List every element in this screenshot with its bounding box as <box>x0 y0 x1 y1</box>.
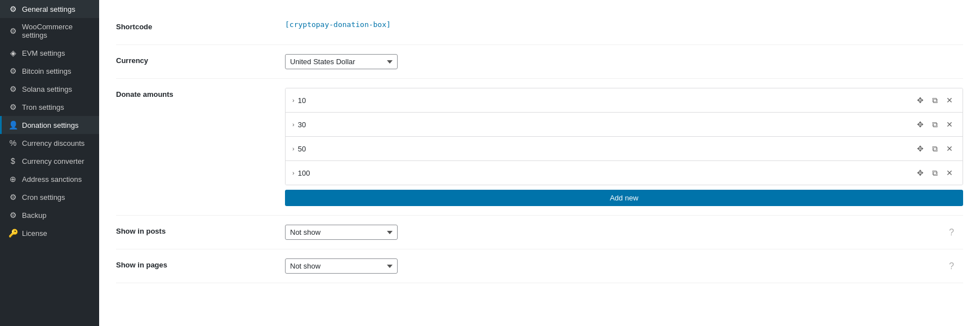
add-new-button[interactable]: Add new <box>285 190 963 206</box>
show-in-pages-select[interactable]: Not showShow <box>285 258 398 274</box>
currency-control: United States DollarEuroBritish PoundJap… <box>285 54 963 69</box>
backup-icon: ⚙ <box>8 211 17 220</box>
amount-chevron-icon-3: › <box>292 169 295 176</box>
sidebar-item-evm-settings[interactable]: ◈EVM settings <box>0 44 99 62</box>
sidebar-item-backup[interactable]: ⚙Backup <box>0 206 99 224</box>
tron-settings-icon: ⚙ <box>8 102 17 111</box>
sidebar-item-label-bitcoin-settings: Bitcoin settings <box>22 67 92 75</box>
sidebar-item-label-donation-settings: Donation settings <box>22 121 92 129</box>
amount-actions-0: ✥⧉✕ <box>914 94 956 106</box>
amount-remove-btn-1[interactable]: ✕ <box>943 118 956 131</box>
amount-copy-btn-2[interactable]: ⧉ <box>929 142 941 155</box>
sidebar-item-cron-settings[interactable]: ⚙Cron settings <box>0 188 99 206</box>
sidebar-item-label-evm-settings: EVM settings <box>22 49 92 57</box>
donate-amounts-control: ›10✥⧉✕›30✥⧉✕›50✥⧉✕›100✥⧉✕ Add new <box>285 88 963 206</box>
sidebar-item-license[interactable]: 🔑License <box>0 224 99 242</box>
shortcode-value: [cryptopay-donation-box] <box>285 18 391 29</box>
shortcode-control: [cryptopay-donation-box] <box>285 20 963 29</box>
shortcode-label: Shortcode <box>116 20 285 31</box>
cron-settings-icon: ⚙ <box>8 193 17 202</box>
sidebar-item-label-tron-settings: Tron settings <box>22 103 92 111</box>
donation-settings-icon: 👤 <box>8 120 17 129</box>
address-sanctions-icon: ⊕ <box>8 175 17 184</box>
sidebar-item-address-sanctions[interactable]: ⊕Address sanctions <box>0 170 99 188</box>
amount-remove-btn-3[interactable]: ✕ <box>943 167 956 179</box>
amount-move-btn-0[interactable]: ✥ <box>914 94 926 106</box>
amount-actions-1: ✥⧉✕ <box>914 118 956 131</box>
donate-amounts-row: Donate amounts ›10✥⧉✕›30✥⧉✕›50✥⧉✕›100✥⧉✕… <box>116 79 963 216</box>
amount-value-1: 30 <box>298 120 914 129</box>
currency-label: Currency <box>116 54 285 65</box>
sidebar-item-currency-converter[interactable]: $Currency converter <box>0 152 99 170</box>
amounts-container: ›10✥⧉✕›30✥⧉✕›50✥⧉✕›100✥⧉✕ Add new <box>285 88 963 206</box>
amount-copy-btn-1[interactable]: ⧉ <box>929 118 941 131</box>
amount-value-3: 100 <box>298 169 914 177</box>
main-content: Shortcode [cryptopay-donation-box] Curre… <box>99 0 980 326</box>
evm-settings-icon: ◈ <box>8 48 17 57</box>
sidebar-item-label-currency-converter: Currency converter <box>22 157 92 166</box>
show-in-posts-control: Not showShow <box>285 225 963 240</box>
sidebar: ⚙General settings⚙WooCommerce settings◈E… <box>0 0 99 326</box>
amount-remove-btn-2[interactable]: ✕ <box>943 142 956 155</box>
show-in-pages-label: Show in pages <box>116 258 285 269</box>
sidebar-item-label-cron-settings: Cron settings <box>22 193 92 202</box>
currency-discounts-icon: % <box>8 139 17 148</box>
amount-move-btn-3[interactable]: ✥ <box>914 167 926 179</box>
sidebar-item-label-solana-settings: Solana settings <box>22 85 92 93</box>
amount-move-btn-1[interactable]: ✥ <box>914 118 926 131</box>
sidebar-item-general-settings[interactable]: ⚙General settings <box>0 0 99 18</box>
amounts-list: ›10✥⧉✕›30✥⧉✕›50✥⧉✕›100✥⧉✕ <box>285 88 963 185</box>
show-in-posts-select[interactable]: Not showShow <box>285 225 398 240</box>
amount-item-0[interactable]: ›10✥⧉✕ <box>286 88 963 113</box>
license-icon: 🔑 <box>8 229 17 238</box>
sidebar-item-label-license: License <box>22 229 92 238</box>
sidebar-item-tron-settings[interactable]: ⚙Tron settings <box>0 98 99 116</box>
amount-item-2[interactable]: ›50✥⧉✕ <box>286 137 963 161</box>
sidebar-item-label-currency-discounts: Currency discounts <box>22 139 92 148</box>
show-in-pages-control: Not showShow <box>285 258 963 274</box>
currency-select[interactable]: United States DollarEuroBritish PoundJap… <box>285 54 398 69</box>
amount-chevron-icon-2: › <box>292 145 295 152</box>
sidebar-item-donation-settings[interactable]: 👤Donation settings <box>0 116 99 134</box>
donate-amounts-label: Donate amounts <box>116 88 285 99</box>
amount-chevron-icon-0: › <box>292 97 295 104</box>
amount-copy-btn-0[interactable]: ⧉ <box>929 94 941 106</box>
currency-converter-icon: $ <box>8 157 17 166</box>
shortcode-row: Shortcode [cryptopay-donation-box] <box>116 11 963 45</box>
sidebar-item-currency-discounts[interactable]: %Currency discounts <box>0 134 99 152</box>
amount-item-3[interactable]: ›100✥⧉✕ <box>286 161 963 185</box>
sidebar-item-label-general-settings: General settings <box>22 5 92 14</box>
show-in-pages-help-icon[interactable]: ? <box>949 261 954 271</box>
show-in-posts-label: Show in posts <box>116 225 285 235</box>
sidebar-item-label-woocommerce-settings: WooCommerce settings <box>22 23 92 39</box>
show-in-posts-row: Show in posts Not showShow ? <box>116 216 963 249</box>
amount-value-0: 10 <box>298 96 914 105</box>
amount-actions-3: ✥⧉✕ <box>914 167 956 179</box>
general-settings-icon: ⚙ <box>8 5 17 14</box>
woocommerce-settings-icon: ⚙ <box>8 26 17 35</box>
amount-copy-btn-3[interactable]: ⧉ <box>929 167 941 179</box>
sidebar-item-bitcoin-settings[interactable]: ⚙Bitcoin settings <box>0 62 99 80</box>
sidebar-item-label-backup: Backup <box>22 211 92 220</box>
amount-chevron-icon-1: › <box>292 121 295 128</box>
currency-row: Currency United States DollarEuroBritish… <box>116 45 963 79</box>
sidebar-item-solana-settings[interactable]: ⚙Solana settings <box>0 80 99 98</box>
amount-move-btn-2[interactable]: ✥ <box>914 142 926 155</box>
solana-settings-icon: ⚙ <box>8 84 17 93</box>
show-in-pages-row: Show in pages Not showShow ? <box>116 249 963 283</box>
bitcoin-settings-icon: ⚙ <box>8 66 17 75</box>
amount-actions-2: ✥⧉✕ <box>914 142 956 155</box>
show-in-posts-help-icon[interactable]: ? <box>949 227 954 238</box>
amount-item-1[interactable]: ›30✥⧉✕ <box>286 113 963 137</box>
amount-value-2: 50 <box>298 145 914 153</box>
amount-remove-btn-0[interactable]: ✕ <box>943 94 956 106</box>
sidebar-item-woocommerce-settings[interactable]: ⚙WooCommerce settings <box>0 18 99 44</box>
sidebar-item-label-address-sanctions: Address sanctions <box>22 175 92 184</box>
